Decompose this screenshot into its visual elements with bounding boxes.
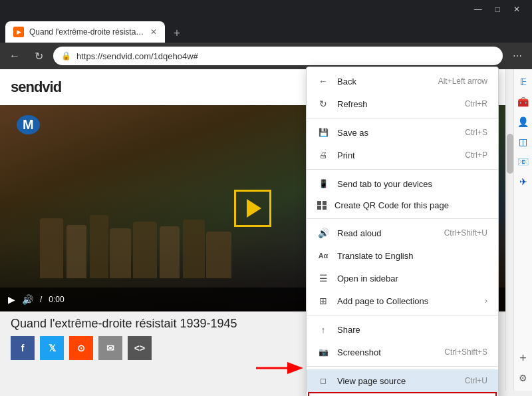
ctx-viewsource[interactable]: ◻ View page source Ctrl+U	[307, 369, 498, 392]
translate-ctx-icon: Aα	[317, 250, 329, 262]
ctx-screenshot-label: Screenshot	[337, 347, 436, 357]
ctx-refresh[interactable]: ↻ Refresh Ctrl+R	[307, 93, 498, 115]
new-tab-button[interactable]: +	[168, 24, 186, 43]
twitter-button[interactable]: 𝕏	[40, 336, 64, 360]
ctx-viewsource-label: View page source	[337, 376, 457, 386]
navigation-bar: ← ↻ 🔒 https://sendvid.com/1dqeho4w# ⋯	[0, 43, 532, 69]
play-button[interactable]	[234, 190, 271, 227]
ctx-sidebar-label: Open in sidebar	[337, 274, 487, 284]
ctx-saveas-shortcut: Ctrl+S	[465, 128, 487, 137]
scrollbar[interactable]	[505, 69, 513, 391]
share-ctx-icon: ↑	[317, 323, 329, 335]
ctx-back-label: Back	[337, 77, 430, 87]
facebook-button[interactable]: f	[11, 336, 35, 360]
ctx-readaloud-shortcut: Ctrl+Shift+U	[444, 228, 487, 238]
ctx-screenshot-shortcut: Ctrl+Shift+S	[444, 347, 487, 357]
play-pause-button[interactable]: ▶	[8, 294, 15, 305]
tab-title: Quand l'extrême-droite résistait...	[29, 27, 145, 37]
more-button[interactable]: ⋯	[508, 47, 527, 65]
ctx-inspect[interactable]: 🖥 Inspect	[308, 392, 497, 396]
ctx-collections-label: Add page to Collections	[337, 296, 477, 306]
scrollbar-thumb[interactable]	[507, 134, 513, 174]
restore-button[interactable]: □	[489, 3, 507, 15]
embed-button[interactable]: <>	[128, 336, 152, 360]
ctx-print-label: Print	[337, 150, 457, 160]
print-ctx-icon: 🖨	[317, 149, 329, 161]
ctx-print-shortcut: Ctrl+P	[465, 150, 487, 160]
title-bar: — □ ✕	[0, 0, 532, 19]
tab-bar: ▶ Quand l'extrême-droite résistait... ✕ …	[0, 19, 532, 43]
ctx-readaloud-label: Read aloud	[337, 228, 436, 238]
ctx-saveas-label: Save as	[337, 128, 457, 138]
ctx-translate-label: Translate to English	[337, 251, 487, 261]
collections-arrow-icon: ›	[485, 296, 487, 305]
refresh-ctx-icon: ↻	[317, 98, 329, 110]
ctx-print[interactable]: 🖨 Print Ctrl+P	[307, 144, 498, 166]
reddit-button[interactable]: ⊙	[69, 336, 93, 360]
close-button[interactable]: ✕	[507, 3, 527, 15]
sidebar-icon-6[interactable]: ✈	[516, 174, 531, 189]
site-logo: sendvid	[11, 79, 61, 96]
screenshot-ctx-icon: 📷	[317, 346, 329, 358]
refresh-button[interactable]: ↻	[29, 47, 48, 65]
ctx-share[interactable]: ↑ Share	[307, 318, 498, 341]
ctx-divider-4	[307, 315, 498, 315]
ctx-viewsource-shortcut: Ctrl+U	[465, 376, 487, 385]
sidebar-settings-button[interactable]: ⚙	[516, 371, 531, 385]
ctx-collections[interactable]: ⊞ Add page to Collections ›	[307, 290, 498, 312]
saveas-ctx-icon: 💾	[317, 126, 329, 138]
address-bar[interactable]: 🔒 https://sendvid.com/1dqeho4w#	[53, 47, 503, 65]
sidebar-icon-5[interactable]: 📧	[516, 154, 531, 169]
volume-button[interactable]: 🔊	[22, 294, 33, 305]
tab-favicon: ▶	[13, 27, 24, 37]
url-display: https://sendvid.com/1dqeho4w#	[76, 51, 495, 61]
tab-close-button[interactable]: ✕	[150, 27, 157, 37]
ctx-refresh-shortcut: Ctrl+R	[465, 99, 487, 108]
back-ctx-icon: ←	[317, 75, 329, 87]
sidebar-icon-2[interactable]: 🧰	[516, 95, 531, 109]
sidebar-icon-3[interactable]: 👤	[516, 114, 531, 129]
active-tab[interactable]: ▶ Quand l'extrême-droite résistait... ✕	[5, 21, 165, 43]
ctx-share-label: Share	[337, 325, 487, 335]
ctx-divider-3	[307, 218, 498, 219]
ctx-divider-5	[307, 366, 498, 367]
sidebar-icon-4[interactable]: ◫	[516, 134, 531, 149]
metro-sign: M	[17, 115, 40, 134]
qrcode-ctx-icon	[317, 201, 327, 210]
ctx-sidebar[interactable]: ☰ Open in sidebar	[307, 267, 498, 290]
play-icon	[247, 199, 261, 218]
ctx-sendtab-label: Send tab to your devices	[337, 179, 487, 189]
ctx-qrcode[interactable]: Create QR Code for this page	[307, 195, 498, 216]
sidebar-add-button[interactable]: +	[516, 351, 531, 365]
ctx-divider-2	[307, 169, 498, 170]
ctx-divider-1	[307, 118, 498, 118]
lock-icon: 🔒	[61, 51, 71, 61]
sidebar-icon-1[interactable]: 𝔼	[516, 75, 531, 89]
readaloud-ctx-icon: 🔊	[317, 227, 329, 239]
ctx-screenshot[interactable]: 📷 Screenshot Ctrl+Shift+S	[307, 341, 498, 363]
ctx-refresh-label: Refresh	[337, 99, 457, 109]
ctx-saveas[interactable]: 💾 Save as Ctrl+S	[307, 121, 498, 144]
email-button[interactable]: ✉	[98, 336, 122, 360]
ctx-readaloud[interactable]: 🔊 Read aloud Ctrl+Shift+U	[307, 222, 498, 244]
ctx-qrcode-label: Create QR Code for this page	[334, 200, 487, 210]
sendtab-ctx-icon: 📱	[317, 178, 329, 190]
viewsource-ctx-icon: ◻	[317, 375, 329, 387]
minimize-button[interactable]: —	[467, 3, 489, 15]
context-menu: ← Back Alt+Left arrow ↻ Refresh Ctrl+R 💾…	[306, 67, 499, 396]
browser-right-panel: 𝔼 🧰 👤 ◫ 📧 ✈ + ⚙	[513, 69, 532, 391]
ctx-back-shortcut: Alt+Left arrow	[438, 77, 487, 86]
sidebar-ctx-icon: ☰	[317, 272, 329, 284]
ctx-translate[interactable]: Aα Translate to English	[307, 244, 498, 267]
collections-ctx-icon: ⊞	[317, 295, 329, 307]
time-separator: /	[40, 295, 42, 304]
back-button[interactable]: ←	[5, 47, 24, 65]
time-display: 0:00	[49, 295, 64, 304]
ctx-back[interactable]: ← Back Alt+Left arrow	[307, 70, 498, 93]
ctx-send-tab[interactable]: 📱 Send tab to your devices	[307, 172, 498, 195]
